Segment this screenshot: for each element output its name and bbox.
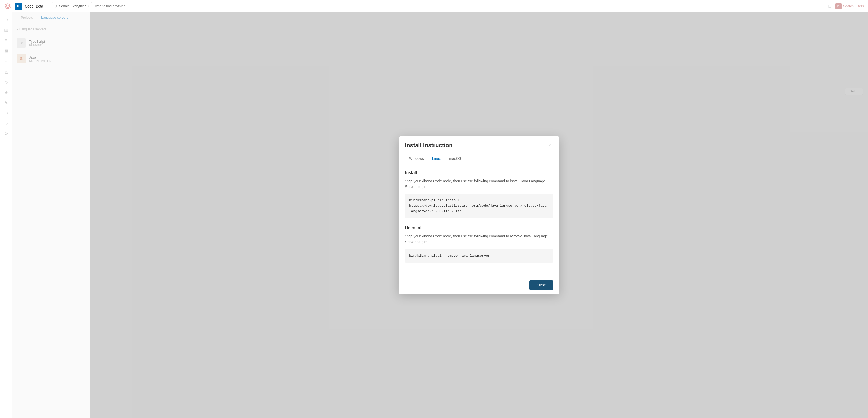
filter-user-avatar: D — [835, 3, 842, 9]
sidebar-item-gear[interactable]: ⚙ — [2, 129, 10, 138]
modal-overlay: Install Instruction × Windows Linux macO… — [90, 12, 868, 418]
app-title: Code (Beta) — [25, 4, 44, 8]
server-status: NOT INSTALLED — [29, 59, 51, 62]
left-panel: Projects Language servers 2 Language ser… — [12, 12, 90, 418]
java-icon — [17, 54, 26, 63]
sidebar-item-heart[interactable]: ♡ — [2, 119, 10, 127]
tab-language-servers[interactable]: Language servers — [37, 12, 72, 23]
app-logo — [4, 3, 11, 10]
server-info: Java NOT INSTALLED — [29, 56, 51, 62]
search-filters-button[interactable]: D Search Filters — [835, 3, 864, 9]
monitor-icon: ⊡ — [828, 4, 833, 9]
sidebar-item-dashboard[interactable]: ▦ — [2, 26, 10, 34]
sidebar-item-code[interactable]: ◇ — [2, 78, 10, 86]
search-bar: ⊙ Search Everything ▾ — [52, 2, 146, 10]
install-section-title: Install — [405, 170, 553, 175]
uninstall-section-title: Uninstall — [405, 226, 553, 230]
sidebar-item-home[interactable]: ⊙ — [2, 15, 10, 24]
search-icon: ⊙ — [54, 4, 57, 8]
install-section-description: Stop your kibana Code node, then use the… — [405, 178, 553, 190]
list-item: TS TypeScript RUNNING ... — [17, 35, 86, 51]
server-info: TypeScript RUNNING ... — [29, 40, 45, 46]
list-item: Java NOT INSTALLED — [17, 51, 86, 67]
uninstall-code-block[interactable]: bin/kibana-plugin remove java-langserver — [405, 249, 553, 263]
tab-projects[interactable]: Projects — [17, 12, 37, 23]
server-name: TypeScript — [29, 40, 45, 43]
left-panel-tabs: Projects Language servers — [12, 12, 90, 23]
sidebar-item-bell[interactable]: △ — [2, 67, 10, 76]
sidebar-item-lock[interactable]: ⊕ — [2, 109, 10, 117]
sidebar-item-tag[interactable]: ◈ — [2, 88, 10, 96]
search-dropdown[interactable]: ⊙ Search Everything ▾ — [52, 2, 92, 10]
typescript-icon: TS — [17, 38, 26, 47]
server-name: Java — [29, 56, 51, 59]
sidebar-item-lightning[interactable]: ↯ — [2, 98, 10, 107]
search-input[interactable] — [94, 4, 146, 8]
sidebar-item-bag[interactable]: ⊠ — [2, 46, 10, 55]
modal-close-action-button[interactable]: Close — [529, 281, 553, 290]
modal: Install Instruction × Windows Linux macO… — [399, 136, 559, 294]
server-status: RUNNING ... — [29, 43, 45, 46]
topbar-right: ⊡ D Search Filters — [828, 3, 864, 9]
install-code-block[interactable]: bin/kibana-plugin install https://downlo… — [405, 194, 553, 218]
main-content: Setup Install Instruction × Windows Linu… — [90, 12, 868, 418]
modal-footer: Close — [399, 276, 559, 294]
tab-macos[interactable]: macOS — [445, 153, 465, 164]
tab-linux[interactable]: Linux — [428, 153, 445, 164]
uninstall-section-description: Stop your kibana Code node, then use the… — [405, 233, 553, 245]
modal-body: Install Stop your kibana Code node, then… — [399, 164, 559, 276]
modal-title: Install Instruction — [405, 142, 453, 149]
tab-windows[interactable]: Windows — [405, 153, 428, 164]
search-filters-label: Search Filters — [843, 4, 864, 8]
sidebar-item-person[interactable]: ☺ — [2, 57, 10, 65]
modal-header: Install Instruction × — [399, 136, 559, 153]
search-dropdown-label: Search Everything — [59, 4, 86, 8]
modal-tabs: Windows Linux macOS — [399, 153, 559, 164]
modal-close-button[interactable]: × — [546, 142, 553, 149]
sidebar-item-list[interactable]: ≡ — [2, 36, 10, 44]
left-panel-content: 2 Language servers TS TypeScript RUNNING… — [12, 23, 90, 71]
section-title: 2 Language servers — [17, 27, 86, 31]
chevron-down-icon: ▾ — [88, 5, 89, 7]
main-layout: ⊙ ▦ ≡ ⊠ ☺ △ ◇ ◈ ↯ ⊕ ♡ ⚙ Projects Languag… — [0, 12, 868, 418]
user-avatar[interactable]: D — [14, 3, 22, 10]
topbar: D Code (Beta) ⊙ Search Everything ▾ ⊡ D … — [0, 0, 868, 12]
sidebar: ⊙ ▦ ≡ ⊠ ☺ △ ◇ ◈ ↯ ⊕ ♡ ⚙ — [0, 12, 12, 418]
